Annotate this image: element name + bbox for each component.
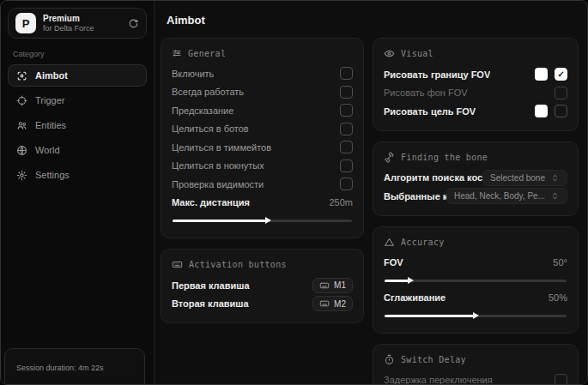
aimbot-scan-icon [16, 70, 27, 81]
fov-target-color-swatch[interactable] [535, 105, 548, 117]
app-title: Premium [43, 14, 94, 24]
accuracy-card: Accuracy FOV 50° Сглаживание 50% [373, 226, 579, 334]
users-icon [16, 120, 27, 131]
checkbox-prediction[interactable] [340, 104, 353, 117]
activation-buttons-card: Activation buttons Первая клавиша M1 Вто… [161, 249, 364, 323]
selected-bones-value: Head, Neck, Body, Pe... [454, 191, 545, 201]
session-duration-text: Session duration: 4m 22s [16, 364, 104, 372]
session-duration-card: Session duration: 4m 22s [4, 348, 145, 385]
switch-delay-card: Switch Delay Задержка переключения Задер… [373, 344, 579, 385]
toggle-row-target-bots: Целиться в ботов [172, 120, 353, 139]
sidebar-item-label: World [35, 145, 60, 155]
checkbox-target-knocked[interactable] [340, 159, 353, 172]
sidebar-item-world[interactable]: World [8, 139, 147, 161]
bone-icon [384, 152, 395, 163]
timer-icon [384, 354, 395, 365]
second-key-value: M2 [334, 299, 346, 309]
finding-bone-card: Finding the bone Алгоритм поиска кост Se… [373, 141, 579, 216]
sidebar-header: P Premium for Delta Force [8, 8, 147, 39]
smoothing-value: 50% [549, 292, 567, 303]
sidebar: P Premium for Delta Force Category Aimbo… [1, 1, 154, 384]
category-label: Category [13, 50, 142, 58]
toggle-row-enable: Включить [172, 64, 353, 83]
toggle-row-prediction: Предсказание [172, 101, 353, 120]
sidebar-item-label: Aimbot [35, 70, 68, 81]
max-distance-slider-fill[interactable] [173, 220, 266, 222]
column-left: General Включить Всегда работать Предска… [161, 38, 364, 384]
page-title: Aimbot [167, 14, 576, 27]
toggle-row-target-knocked: Целиться в нокнутых [172, 157, 353, 176]
max-distance-slider[interactable] [173, 220, 352, 222]
checkbox-enable[interactable] [340, 67, 353, 80]
sidebar-item-trigger[interactable]: Trigger [8, 89, 147, 111]
sidebar-item-entities[interactable]: Entities [8, 114, 147, 136]
fov-border-color-swatch[interactable] [535, 68, 548, 81]
checkbox-always-work[interactable] [340, 86, 353, 99]
sidebar-item-settings[interactable]: Settings [8, 164, 147, 186]
unfold-icon [550, 173, 560, 183]
checkbox-target-bots[interactable] [340, 123, 353, 135]
smoothing-row: Сглаживание 50% [384, 288, 567, 307]
column-right: Visual Рисовать границу FOV Рисовать фон… [373, 38, 579, 384]
accuracy-card-header: Accuracy [384, 237, 567, 248]
sliders-icon [172, 48, 182, 58]
bone-algorithm-value: Selected bone [490, 173, 545, 183]
toggle-row-visibility-check: Проверка видимости [172, 175, 353, 194]
app-window: P Premium for Delta Force Category Aimbo… [0, 0, 588, 385]
fov-slider[interactable] [385, 280, 567, 282]
sidebar-item-aimbot[interactable]: Aimbot [8, 64, 147, 87]
sidebar-item-label: Settings [35, 170, 70, 180]
checkbox-fov-border[interactable] [555, 68, 567, 81]
sidebar-item-label: Entities [35, 120, 66, 130]
fov-slider-fill[interactable] [385, 280, 409, 282]
fov-row: FOV 50° [384, 254, 567, 273]
keyboard-icon [319, 298, 330, 309]
bone-algorithm-select[interactable]: Selected bone [482, 170, 567, 186]
selected-bones-row: Выбранные кос Head, Neck, Body, Pe... [384, 187, 567, 206]
checkbox-fov-target[interactable] [555, 105, 567, 117]
second-key-row: Вторая клавиша M2 [172, 295, 353, 314]
checkbox-target-teammates[interactable] [340, 141, 353, 153]
gear-icon [16, 170, 27, 181]
keyboard-icon [172, 259, 183, 270]
switch-delay-toggle-row: Задержка переключения [384, 371, 567, 385]
first-key-value: M1 [334, 280, 346, 290]
keyboard-icon [319, 280, 330, 291]
activation-card-header: Activation buttons [172, 259, 353, 270]
visual-card-header: Visual [384, 48, 567, 59]
unfold-icon [550, 191, 560, 201]
general-card: General Включить Всегда работать Предска… [161, 38, 364, 238]
second-key-button[interactable]: M2 [312, 296, 353, 311]
sync-icon[interactable] [128, 18, 139, 29]
smoothing-slider[interactable] [385, 315, 567, 317]
bone-card-header: Finding the bone [384, 152, 567, 163]
first-key-button[interactable]: M1 [312, 278, 353, 293]
checkbox-visibility-check[interactable] [340, 177, 353, 190]
app-subtitle: for Delta Force [43, 24, 94, 33]
crosshair-icon [16, 95, 27, 106]
selected-bones-select[interactable]: Head, Neck, Body, Pe... [446, 188, 567, 204]
visual-card: Visual Рисовать границу FOV Рисовать фон… [373, 38, 579, 131]
fov-value: 50° [553, 257, 567, 268]
checkbox-switch-delay[interactable] [555, 374, 567, 384]
switch-delay-card-header: Switch Delay [384, 354, 567, 365]
toggle-row-always-work: Всегда работать [172, 83, 353, 102]
triangle-icon [384, 237, 395, 248]
app-title-block: Premium for Delta Force [43, 14, 94, 33]
fov-background-row: Рисовать фон FOV [384, 84, 567, 103]
max-distance-value: 250m [329, 197, 353, 208]
fov-target-row: Рисовать цель FOV [384, 102, 567, 121]
fov-border-row: Рисовать границу FOV [384, 65, 567, 84]
toggle-row-target-teammates: Целиться в тиммейтов [172, 138, 353, 157]
bone-algorithm-row: Алгоритм поиска кост Selected bone [384, 169, 567, 188]
max-distance-row: Макс. дистанция 250m [172, 194, 353, 213]
app-logo: P [15, 13, 36, 33]
globe-icon [16, 145, 27, 156]
first-key-row: Первая клавиша M1 [172, 276, 353, 295]
general-card-header: General [172, 48, 353, 58]
smoothing-slider-fill[interactable] [385, 315, 474, 317]
checkbox-fov-background[interactable] [555, 87, 567, 99]
sidebar-item-label: Trigger [35, 95, 64, 105]
main-content: Aimbot General Включить Всегда работать [154, 1, 587, 384]
eye-icon [384, 48, 395, 59]
